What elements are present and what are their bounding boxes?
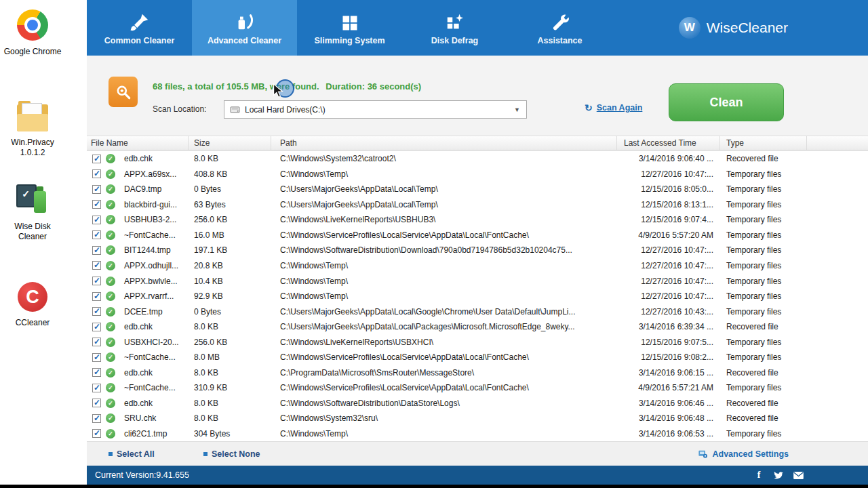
path-cell: C:\Windows\System32\catroot2\ [271,154,617,163]
type-cell: Recovered file [720,368,807,378]
table-row[interactable]: APPX.rvarrf... 92.9 KB C:\Windows\Temp\ … [87,289,868,304]
desktop-icon-win-privacy[interactable]: Win.Privacy 1.0.1.2 [0,102,65,158]
brush-icon [130,11,150,33]
column-header-size[interactable]: Size [189,136,271,150]
size-cell: 310.9 KB [189,383,271,392]
file-name-cell: USBHUB3-2... [115,215,189,224]
mouse-cursor [271,83,285,102]
table-row[interactable]: edb.chk 8.0 KB C:\ProgramData\Microsoft\… [87,365,868,380]
table-row[interactable]: cli62C1.tmp 304 Bytes C:\Windows\Temp\ 3… [87,426,868,441]
status-ok-icon [106,200,115,209]
select-all-link[interactable]: Select All [108,442,155,466]
table-row[interactable]: USBHUB3-2... 256.0 KB C:\Windows\LiveKer… [87,212,868,228]
row-checkbox[interactable] [92,307,101,316]
tab-label: Common Cleaner [104,36,175,45]
version-text: Current Version:9.41.655 [95,470,189,480]
email-icon[interactable] [793,470,804,480]
row-checkbox[interactable] [92,246,101,255]
select-none-link[interactable]: Select None [203,442,260,466]
table-row[interactable]: edb.chk 8.0 KB C:\Windows\System32\catro… [87,151,868,167]
table-row[interactable]: edb.chk 8.0 KB C:\Windows\SoftwareDistri… [87,396,868,411]
row-checkbox[interactable] [92,429,101,438]
time-cell: 12/15/2016 8:13:1... [617,200,720,209]
row-checkbox[interactable] [92,155,101,163]
screen: Google Chrome Win.Privacy 1.0.1.2 ~ ~ ✓ … [0,0,868,488]
path-cell: C:\ProgramData\Microsoft\SmsRouter\Messa… [271,368,617,378]
column-header-file-name[interactable]: File Name [87,136,189,150]
row-checkbox[interactable] [92,323,101,331]
scan-location-dropdown[interactable]: Local Hard Drives(C:\) [224,100,527,119]
type-cell: Temporary files [720,215,807,224]
tab-assistance[interactable]: Assistance [507,0,612,56]
row-checkbox[interactable] [92,169,101,178]
table-row[interactable]: blackbird-gui... 63 Bytes C:\Users\Major… [87,197,868,213]
size-cell: 8.0 KB [189,368,271,378]
time-cell: 12/15/2016 9:08:2... [617,352,720,362]
row-checkbox[interactable] [92,353,101,362]
window-panes-icon [340,11,359,33]
table-row[interactable]: USBXHCI-20... 256.0 KB C:\Windows\LiveKe… [87,334,868,350]
wise-cleaner-window: Common Cleaner Advanced Cleaner Slimming… [87,0,868,485]
social-links: f [753,466,804,485]
status-ok-icon [106,368,115,378]
advanced-settings-link[interactable]: Advanced Settings [698,442,789,466]
row-checkbox[interactable] [92,368,101,377]
row-checkbox[interactable] [92,414,101,423]
column-header-path[interactable]: Path [271,136,617,150]
twitter-icon[interactable] [773,470,784,480]
row-checkbox[interactable] [92,277,101,285]
tab-common-cleaner[interactable]: Common Cleaner [87,0,192,56]
facebook-icon[interactable]: f [753,470,764,480]
clean-button[interactable]: Clean [669,83,784,121]
time-cell: 12/27/2016 10:47:... [617,261,720,270]
column-header-last-accessed[interactable]: Last Accessed Time [617,136,720,150]
bullet-icon [108,452,113,456]
tab-bar: Common Cleaner Advanced Cleaner Slimming… [87,0,612,56]
time-cell: 3/14/2016 9:06:48 ... [617,413,720,423]
file-name-cell: edb.chk [115,154,189,163]
table-row[interactable]: DCEE.tmp 0 Bytes C:\Users\MajorGeeks\App… [87,304,868,319]
row-checkbox[interactable] [92,292,101,301]
time-cell: 12/15/2016 9:07:4... [617,215,720,224]
table-row[interactable]: SRU.chk 8.0 KB C:\Windows\System32\sru\ … [87,411,868,426]
path-cell: C:\Windows\SoftwareDistribution\DataStor… [271,399,617,408]
table-row[interactable]: BIT1244.tmp 197.1 KB C:\Windows\Software… [87,243,868,258]
size-cell: 256.0 KB [189,338,271,347]
tab-disk-defrag[interactable]: Disk Defrag [402,0,507,56]
table-row[interactable]: edb.chk 8.0 KB C:\Users\MajorGeeks\AppDa… [87,319,868,335]
table-row[interactable]: APPX.bwlvle... 10.4 KB C:\Windows\Temp\ … [87,273,868,289]
path-cell: C:\Windows\SoftwareDistribution\Download… [271,245,617,255]
table-row[interactable]: APPX.odhujll... 20.8 KB C:\Windows\Temp\… [87,258,868,274]
desktop-icon-google-chrome[interactable]: Google Chrome [0,9,65,57]
row-checkbox[interactable] [92,216,101,224]
row-checkbox[interactable] [92,384,101,392]
type-cell: Temporary files [720,277,807,286]
file-name-cell: USBXHCI-20... [115,338,189,347]
table-row[interactable]: DAC9.tmp 0 Bytes C:\Users\MajorGeeks\App… [87,182,868,197]
column-header-type[interactable]: Type [720,136,807,150]
status-ok-icon [106,277,115,286]
row-checkbox[interactable] [92,261,101,270]
table-row[interactable]: ~FontCache... 16.0 MB C:\Windows\Service… [87,228,868,243]
status-ok-icon [106,338,115,347]
desktop-icon-wise-disk-cleaner[interactable]: ~ ~ ✓ Wise Disk Cleaner [0,183,65,242]
row-checkbox[interactable] [92,230,101,239]
type-cell: Recovered file [720,413,807,423]
table-row[interactable]: ~FontCache... 310.9 KB C:\Windows\Servic… [87,380,868,396]
row-checkbox[interactable] [92,185,101,194]
scan-again-link[interactable]: Scan Again [585,103,642,113]
row-checkbox[interactable] [92,200,101,209]
row-checkbox[interactable] [92,399,101,407]
file-name-cell: edb.chk [115,322,189,331]
size-cell: 8.0 KB [189,399,271,408]
type-cell: Temporary files [720,169,807,179]
desktop-icon-label: Wise Disk Cleaner [0,222,65,242]
tab-advanced-cleaner[interactable]: Advanced Cleaner [192,0,297,56]
tab-slimming-system[interactable]: Slimming System [297,0,402,56]
row-checkbox[interactable] [92,338,101,346]
table-row[interactable]: APPX.a69sx... 408.8 KB C:\Windows\Temp\ … [87,167,868,182]
desktop-icon-ccleaner[interactable]: C CCleaner [0,282,65,328]
path-cell: C:\Windows\ServiceProfiles\LocalService\… [271,352,617,362]
path-cell: C:\Windows\LiveKernelReports\USBHUB3\ [271,215,617,224]
table-row[interactable]: ~FontCache... 8.0 MB C:\Windows\ServiceP… [87,350,868,365]
